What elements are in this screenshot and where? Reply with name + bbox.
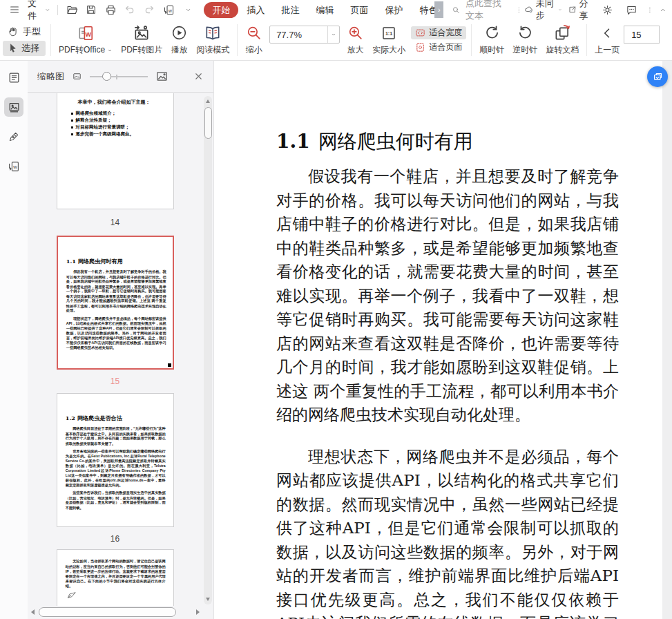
note-pen-icon [66,591,173,600]
vertical-scroll-thumb[interactable] [204,107,212,139]
tab-protect[interactable]: 保护 [376,2,411,18]
rotate-clockwise-icon [483,23,501,42]
annotate-pen-button[interactable] [4,127,23,146]
chevron-down-icon [331,32,336,37]
tab-edit[interactable]: 编辑 [307,2,342,18]
thumb15-paragraph: 理想状态下，网络爬虫并不是必须品，每个网站都应该提供API，以结构化的格式共享它… [66,316,166,350]
thumbnail-panel: 缩略图 本章中，我们将会介绍如下主题： 网络爬虫领域简介； 解释合法性质疑； 对… [28,61,214,619]
zoom-level-dropdown[interactable] [327,26,339,43]
previous-page-button[interactable]: 上一页 [591,23,624,56]
pdf-to-office-icon: w [77,23,95,42]
hand-tool-button[interactable]: 手型 [3,24,46,39]
horizontal-scroll-thumb[interactable] [39,607,176,617]
search-more-icon[interactable] [515,6,523,15]
save-icon[interactable] [82,1,100,18]
divider [57,5,58,15]
scroll-up-arrow[interactable] [206,99,210,103]
share-button[interactable]: 分享 [568,0,593,22]
convert-doc-icon [652,71,664,83]
scroll-down-arrow[interactable] [206,598,210,601]
rotate-document-button[interactable]: 旋转文档 [541,23,583,56]
print-icon[interactable] [102,1,119,18]
zoom-out-button[interactable]: 缩小 [241,23,267,56]
feedback-comment-icon[interactable] [622,1,640,18]
small-thumbnails-icon[interactable] [72,71,82,82]
play-label: 播放 [171,44,188,56]
zoom-level-combobox[interactable]: 77.7% [269,26,340,44]
redo-icon[interactable] [140,1,158,18]
pdf-to-office-button[interactable]: w PDF转Office [55,23,117,56]
file-menu-label: 文件 [28,0,43,22]
panel-horizontal-scrollbar[interactable] [31,607,200,618]
tab-page[interactable]: 页面 [342,2,376,18]
thumb14-bullets: 网络爬虫领域简介； 解释合法性质疑； 对目标网站进行背景调研； 逐步完善一个高级… [71,110,160,137]
thumb16-paragraph: 网络爬虫目前还处于早期的蛮荒阶段，“允许哪些行为”这种基本秩序还处于建设之中。从… [65,426,165,446]
settings-gear-icon[interactable] [598,1,616,18]
more-options-icon[interactable] [646,6,653,15]
export-convert-icon[interactable]: w [160,1,177,18]
cloud-unsynced-icon [524,3,533,16]
toolbar: 手型 选择 w PDF转Office PDF转图片 播放 阅读模式 [0,19,672,61]
tab-special[interactable]: 特色 [411,2,434,18]
thumb15-heading: 1.1 网络爬虫何时有用 [66,258,166,265]
actual-size-button[interactable]: 1:1 实际大小 [368,23,410,56]
rotate-clockwise-label: 顺时针 [479,44,504,56]
tab-insert[interactable]: 插入 [238,2,273,18]
thumbnail-page-17[interactable]: 无论如何，当你抓取某个网站的数据时，请记住自己是该网站的访客，应当约束自己的抓取… [57,549,174,606]
scroll-right-arrow[interactable] [196,609,200,615]
find-text-box[interactable]: 点此查找文本 [452,0,522,22]
tab-comment[interactable]: 批注 [273,2,307,18]
document-paragraph: 理想状态下，网络爬虫并不是必须品，每个网站都应该提供API，以结构化的格式共享它… [276,445,619,619]
tab-scroll-right-button[interactable]: › [434,1,443,18]
zoom-in-button[interactable]: 放大 [343,23,368,56]
pdf-to-image-icon [133,23,151,42]
sync-status[interactable]: 未同步 [524,0,562,22]
fit-page-button[interactable]: 适合页面 [411,41,466,54]
pdf-to-image-button[interactable]: PDF转图片 [117,23,166,56]
more-tools-chevron-icon[interactable] [179,1,197,18]
fit-width-button[interactable]: 适合宽度 [411,26,466,39]
thumbnail-panel-button[interactable] [4,97,23,117]
thumbnail-page-15-selected[interactable]: 1.1 网络爬虫何时有用 假设我有一个鞋店，并且想要及时了解竞争对手的价格。我可… [57,236,174,370]
play-button[interactable]: 播放 [166,23,192,56]
file-menu[interactable]: 文件 [25,0,52,22]
thumbnail-icon [8,101,21,114]
page-number-label-selected[interactable]: 15 [28,377,202,386]
document-body-text: 假设我有一个鞋店，并且想要及时了解竞争对手的价格。我可以每天访问他们的网站，与我… [276,164,619,619]
convert-export-button[interactable]: w [4,157,23,176]
chevron-down-icon [45,7,50,13]
outline-panel-button[interactable] [4,68,23,87]
section-number: 1.1 [276,130,310,153]
close-panel-icon[interactable] [193,71,204,82]
divider [586,24,587,56]
page-number-label[interactable]: 14 [28,218,202,227]
tab-home[interactable]: 开始 [204,2,238,18]
large-thumbnails-icon[interactable] [155,70,169,83]
select-tool-button[interactable]: 选择 [3,41,46,56]
collapse-ribbon-icon[interactable] [660,6,666,15]
undo-icon[interactable] [121,1,139,18]
thumbnail-page-16[interactable]: 1.2 网络爬虫是否合法 网络爬虫目前还处于早期的蛮荒阶段，“允许哪些行为”这种… [57,393,174,527]
thumbnail-corner-marker [168,363,171,367]
page-number-label[interactable]: 16 [28,534,202,544]
current-page-input[interactable]: 15 [624,26,660,44]
thumbnail-size-slider[interactable] [90,72,148,82]
document-vertical-scrollbar[interactable] [662,61,672,619]
rotate-counterclockwise-button[interactable]: 逆时针 [508,23,541,56]
hamburger-menu-icon[interactable] [6,1,23,18]
panel-vertical-scrollbar[interactable] [204,96,212,604]
horizontal-scroll-track[interactable] [37,607,193,618]
slider-knob[interactable] [102,72,111,81]
pen-icon [8,131,20,143]
actual-size-icon: 1:1 [381,23,397,42]
share-icon [568,4,577,15]
open-book-icon [204,23,222,42]
rotate-clockwise-button[interactable]: 顺时针 [475,23,508,56]
chevron-down-icon [558,7,562,12]
reading-mode-button[interactable]: 阅读模式 [192,23,233,56]
current-page-value: 15 [631,30,641,40]
thumbnail-page-14[interactable]: 本章中，我们将会介绍如下主题： 网络爬虫领域简介； 解释合法性质疑； 对目标网站… [57,93,174,209]
floating-convert-button[interactable] [647,66,668,87]
open-file-icon[interactable] [63,1,81,18]
scroll-left-arrow[interactable] [31,609,35,615]
